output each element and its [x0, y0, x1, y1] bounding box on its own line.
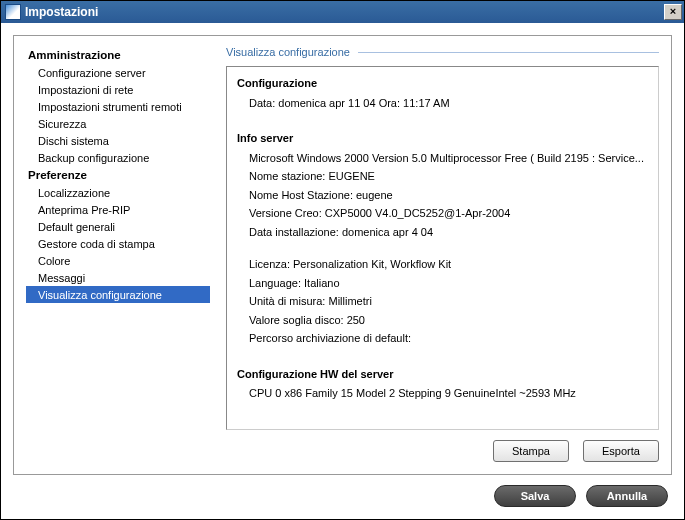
sidebar-item-color[interactable]: Colore	[26, 252, 210, 269]
creo-version: Versione Creo: CXP5000 V4.0_DC5252@1-Apr…	[237, 204, 648, 223]
units: Unità di misura: Millimetri	[237, 292, 648, 311]
export-button[interactable]: Esporta	[583, 440, 659, 462]
content-area: Amministrazione Configurazione server Im…	[1, 23, 684, 519]
sidebar-item-general-defaults[interactable]: Default generali	[26, 218, 210, 235]
config-date-time: Data: domenica apr 11 04 Ora: 11:17 AM	[237, 94, 648, 113]
close-icon[interactable]: ×	[664, 4, 682, 20]
settings-window: Impostazioni × Amministrazione Configura…	[0, 0, 685, 520]
os-line: Microsoft Windows 2000 Version 5.0 Multi…	[237, 149, 648, 168]
sidebar-item-server-config[interactable]: Configurazione server	[26, 64, 210, 81]
license: Licenza: Personalization Kit, Workflow K…	[237, 255, 648, 274]
sidebar-item-security[interactable]: Sicurezza	[26, 115, 210, 132]
section-title: Visualizza configurazione	[226, 46, 350, 58]
config-heading: Configurazione	[237, 75, 648, 92]
detail-action-row: Stampa Esporta	[226, 440, 659, 462]
sidebar-item-system-disks[interactable]: Dischi sistema	[26, 132, 210, 149]
sidebar: Amministrazione Configurazione server Im…	[26, 46, 210, 462]
sidebar-item-print-queue[interactable]: Gestore coda di stampa	[26, 235, 210, 252]
language: Language: Italiano	[237, 274, 648, 293]
sidebar-item-network[interactable]: Impostazioni di rete	[26, 81, 210, 98]
hw-config-heading: Configurazione HW del server	[237, 366, 648, 383]
section-divider	[358, 52, 659, 53]
window-title: Impostazioni	[25, 5, 664, 19]
config-text-area[interactable]: Configurazione Data: domenica apr 11 04 …	[226, 66, 659, 430]
server-info-heading: Info server	[237, 130, 648, 147]
sidebar-item-messages[interactable]: Messaggi	[26, 269, 210, 286]
detail-panel: Visualizza configurazione Configurazione…	[226, 46, 659, 462]
cancel-button[interactable]: Annulla	[586, 485, 668, 507]
sidebar-group-admin: Amministrazione	[26, 46, 210, 64]
sidebar-item-remote-tools[interactable]: Impostazioni strumenti remoti	[26, 98, 210, 115]
save-button[interactable]: Salva	[494, 485, 576, 507]
footer-row: Salva Annulla	[13, 485, 672, 507]
install-date: Data installazione: domenica apr 4 04	[237, 223, 648, 242]
cpu-line: CPU 0 x86 Family 15 Model 2 Stepping 9 G…	[237, 384, 648, 403]
sidebar-item-view-config[interactable]: Visualizza configurazione	[26, 286, 210, 303]
host-name: Nome Host Stazione: eugene	[237, 186, 648, 205]
section-header: Visualizza configurazione	[226, 46, 659, 58]
print-button[interactable]: Stampa	[493, 440, 569, 462]
station-name: Nome stazione: EUGENE	[237, 167, 648, 186]
disk-threshold: Valore soglia disco: 250	[237, 311, 648, 330]
titlebar: Impostazioni ×	[1, 1, 684, 23]
default-archive-path: Percorso archiviazione di default:	[237, 329, 648, 348]
sidebar-item-backup-config[interactable]: Backup configurazione	[26, 149, 210, 166]
main-panel: Amministrazione Configurazione server Im…	[13, 35, 672, 475]
sidebar-group-prefs: Preferenze	[26, 166, 210, 184]
sidebar-item-prerip-preview[interactable]: Anteprima Pre-RIP	[26, 201, 210, 218]
app-icon	[5, 4, 21, 20]
panel-body: Amministrazione Configurazione server Im…	[26, 46, 659, 462]
sidebar-item-localization[interactable]: Localizzazione	[26, 184, 210, 201]
